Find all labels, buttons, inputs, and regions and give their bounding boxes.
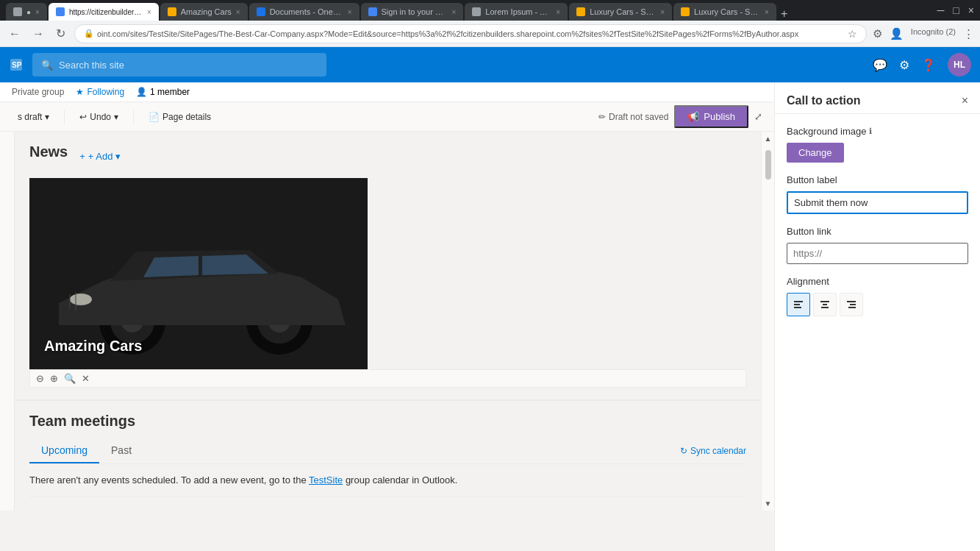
private-group-label: Private group [12, 87, 64, 97]
page-details-icon: 📄 [149, 112, 160, 122]
page-area: Private group ★ Following 👤 1 member s d… [0, 82, 980, 551]
no-events-message: There aren't any events scheduled. To ad… [29, 473, 746, 488]
tab-close-5[interactable]: × [452, 8, 457, 16]
user-avatar[interactable]: HL [948, 53, 971, 77]
button-label-input[interactable] [787, 191, 968, 214]
maximize-button[interactable]: □ [953, 4, 959, 16]
search-zoom-icon[interactable]: 🔍 [64, 373, 76, 384]
sharepoint-logo: SP [9, 57, 24, 72]
expand-button[interactable]: ⤢ [754, 111, 762, 122]
tab-close-6[interactable]: × [556, 8, 560, 16]
tab-upcoming[interactable]: Upcoming [29, 438, 99, 463]
button-label-section: Button label [787, 174, 968, 214]
forward-button[interactable]: → [29, 24, 47, 43]
scroll-up-button[interactable]: ▲ [765, 135, 772, 143]
undo-button[interactable]: ↩ Undo ▾ [74, 109, 124, 125]
tab-past[interactable]: Past [99, 438, 143, 463]
browser-tab-2[interactable]: https://citizenbuilders... × [49, 3, 159, 21]
close-window-button[interactable]: × [968, 4, 974, 16]
help-icon[interactable]: ❓ [921, 58, 936, 72]
browser-tab-7[interactable]: Luxury Cars - Sedans... × [569, 3, 672, 21]
panel-close-button[interactable]: × [962, 94, 968, 107]
tab-close-7[interactable]: × [660, 8, 665, 16]
zoom-fit-icon[interactable]: ⊖ [36, 373, 44, 384]
svg-text:SP: SP [12, 61, 22, 69]
publish-icon: 📢 [687, 111, 699, 122]
tab-close-2[interactable]: × [147, 8, 151, 16]
scroll-thumb[interactable] [765, 150, 771, 179]
site-info-bar: Private group ★ Following 👤 1 member [0, 82, 774, 102]
tab-favicon-2 [56, 7, 65, 16]
scroll-down-button[interactable]: ▼ [765, 500, 772, 508]
browser-tab-6[interactable]: Lorem Ipsum - All the ... × [465, 3, 568, 21]
browser-window-controls: ─ □ × [937, 4, 974, 16]
back-button[interactable]: ← [6, 24, 24, 43]
address-row: ← → ↻ 🔒 oint.com/sites/TestSite/SitePage… [0, 21, 980, 47]
tab-favicon-3 [168, 7, 176, 16]
browser-tab-3[interactable]: Amazing Cars × [160, 3, 248, 21]
tab-close-8[interactable]: × [765, 8, 769, 16]
tab-label-3: Amazing Cars [181, 7, 232, 16]
button-label-label: Button label [787, 174, 968, 185]
news-title: News [29, 143, 68, 160]
info-icon: ℹ [869, 127, 872, 136]
button-link-section: Button link [787, 226, 968, 264]
browser-chrome: ● × https://citizenbuilders... × Amazing… [0, 0, 980, 21]
menu-icon[interactable]: ⋮ [963, 27, 974, 40]
page-body: ▲ ▼ News + + Add ▾ [0, 132, 774, 511]
reload-button[interactable]: ↻ [53, 24, 68, 43]
close-image-icon[interactable]: ✕ [82, 373, 90, 384]
add-chevron-icon[interactable]: ▾ [115, 151, 121, 162]
chat-icon[interactable]: 💬 [873, 58, 887, 72]
address-bar[interactable]: 🔒 oint.com/sites/TestSite/SitePages/The-… [74, 24, 867, 43]
tab-label-8: Luxury Cars - Sedans... [694, 7, 760, 16]
extensions-icon[interactable]: ⚙ [873, 27, 882, 40]
star-icon[interactable]: ☆ [848, 28, 857, 40]
browser-tab-8[interactable]: Luxury Cars - Sedans... × [673, 3, 776, 21]
tab-favicon-4 [257, 7, 265, 16]
testsite-link[interactable]: TestSite [309, 474, 343, 486]
sp-topbar-right: 💬 ⚙ ❓ HL [873, 53, 971, 77]
address-text: oint.com/sites/TestSite/SitePages/The-Be… [97, 29, 798, 38]
main-content: Private group ★ Following 👤 1 member s d… [0, 82, 774, 551]
align-left-button[interactable] [787, 293, 810, 316]
search-icon: 🔍 [41, 60, 53, 71]
toolbar-separator-1 [64, 110, 65, 124]
browser-tab-5[interactable]: Sign in to your accou... × [361, 3, 464, 21]
member-count: 👤 1 member [136, 87, 190, 97]
toolbar-right: ✏ Draft not saved 📢 Publish ⤢ [598, 105, 762, 128]
tab-label-2: https://citizenbuilders... [69, 8, 143, 16]
search-input[interactable] [59, 60, 318, 71]
tab-favicon-7 [576, 7, 585, 16]
button-link-input[interactable] [787, 243, 968, 264]
following-button[interactable]: ★ Following [76, 87, 124, 97]
alignment-section: Alignment [787, 276, 968, 316]
tab-favicon-6 [472, 7, 481, 16]
browser-tab-1[interactable]: ● × [6, 3, 47, 21]
minimize-button[interactable]: ─ [937, 4, 944, 16]
add-button[interactable]: + + Add ▾ [79, 151, 121, 162]
page-details-button[interactable]: 📄 Page details [143, 109, 217, 125]
tab-close-4[interactable]: × [348, 8, 352, 16]
account-icon[interactable]: 👤 [890, 27, 904, 40]
meetings-tabs: Upcoming Past ↻ Sync calendar [29, 438, 746, 464]
tab-close-1[interactable]: × [35, 8, 40, 16]
sp-search-box[interactable]: 🔍 [32, 53, 326, 77]
sync-calendar-button[interactable]: ↻ Sync calendar [680, 446, 746, 456]
new-tab-button[interactable]: + [781, 7, 787, 21]
tab-close-3[interactable]: × [236, 8, 240, 16]
draft-chevron-icon[interactable]: ▾ [45, 112, 49, 122]
undo-chevron-icon[interactable]: ▾ [114, 112, 118, 122]
align-center-button[interactable] [813, 293, 837, 316]
change-button[interactable]: Change [787, 143, 844, 163]
person-icon: 👤 [136, 87, 147, 97]
browser-tabs: ● × https://citizenbuilders... × Amazing… [6, 0, 934, 21]
draft-status: ✏ Draft not saved [598, 112, 668, 122]
publish-button[interactable]: 📢 Publish [674, 105, 748, 128]
lock-icon: 🔒 [84, 29, 94, 38]
align-right-button[interactable] [840, 293, 863, 316]
settings-icon[interactable]: ⚙ [899, 58, 909, 72]
zoom-in-icon[interactable]: ⊕ [50, 373, 58, 384]
browser-tab-4[interactable]: Documents - OneDrive... × [249, 3, 360, 21]
add-icon: + [79, 151, 85, 162]
